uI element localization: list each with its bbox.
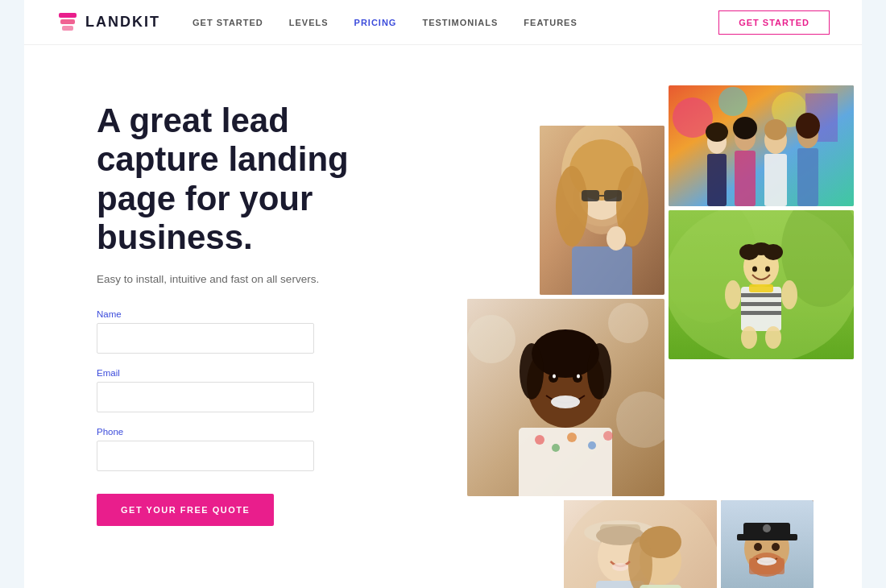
- svg-point-36: [751, 242, 771, 255]
- svg-rect-40: [741, 311, 781, 315]
- svg-point-62: [551, 395, 580, 408]
- svg-point-44: [741, 326, 757, 349]
- svg-rect-41: [749, 284, 773, 292]
- photo-image-4: [467, 299, 664, 496]
- svg-point-25: [706, 122, 728, 142]
- svg-point-47: [765, 267, 770, 272]
- svg-point-14: [718, 87, 747, 116]
- svg-point-28: [796, 113, 820, 139]
- svg-point-26: [733, 117, 757, 139]
- name-input[interactable]: [97, 323, 314, 354]
- svg-point-59: [567, 433, 577, 442]
- form-name-group: Name: [97, 309, 435, 354]
- photo-image-6: [721, 500, 814, 588]
- nav-link-features[interactable]: FEATURES: [524, 18, 577, 27]
- hero-heading: A great lead capture landing page for yo…: [97, 101, 419, 257]
- svg-point-42: [725, 280, 741, 309]
- logo-layer-1: [59, 13, 77, 18]
- hero-subtext: Easy to install, intuitive and fast on a…: [97, 273, 435, 285]
- photo-smiling-person: [467, 299, 664, 496]
- svg-point-60: [588, 441, 596, 449]
- logo-layer-2: [60, 19, 75, 24]
- photo-image-5: [564, 500, 717, 588]
- form-phone-group: Phone: [97, 427, 435, 471]
- logo[interactable]: LANDKIT: [56, 13, 160, 32]
- photo-image-1: [540, 126, 664, 295]
- svg-point-85: [757, 557, 776, 565]
- photo-image-3: [669, 210, 854, 359]
- navbar: LANDKIT GET STARTED LEVELS PRICING TESTI…: [24, 0, 862, 45]
- svg-rect-10: [572, 246, 632, 295]
- svg-rect-39: [741, 302, 781, 306]
- hero-section: A great lead capture landing page for yo…: [24, 45, 862, 588]
- svg-point-46: [752, 267, 757, 272]
- svg-rect-82: [737, 534, 797, 540]
- svg-point-87: [772, 543, 780, 551]
- svg-point-57: [535, 435, 544, 445]
- logo-text: LANDKIT: [85, 14, 160, 31]
- photo-women-hugging: [564, 500, 717, 588]
- form-phone-label: Phone: [97, 427, 435, 437]
- svg-rect-7: [582, 190, 599, 201]
- form-name-label: Name: [97, 309, 435, 319]
- photo-woman-sunglasses: [540, 126, 664, 295]
- photo-collage: [467, 85, 830, 577]
- svg-point-50: [608, 303, 648, 343]
- svg-rect-24: [797, 148, 818, 206]
- svg-point-65: [553, 375, 556, 379]
- nav-link-levels[interactable]: LEVELS: [289, 18, 329, 27]
- nav-cta-button[interactable]: GET STARTED: [718, 10, 830, 35]
- page-wrapper: LANDKIT GET STARTED LEVELS PRICING TESTI…: [24, 0, 862, 588]
- svg-point-78: [612, 563, 628, 571]
- svg-point-86: [754, 543, 762, 551]
- svg-rect-77: [640, 585, 681, 588]
- photo-image-2: [669, 85, 854, 206]
- svg-rect-56: [519, 428, 612, 496]
- svg-point-49: [467, 315, 515, 363]
- svg-point-45: [765, 326, 781, 349]
- svg-point-54: [520, 343, 544, 400]
- form-email-group: Email: [97, 368, 435, 412]
- nav-link-testimonials[interactable]: TESTIMONIALS: [422, 18, 498, 27]
- photo-child-playing: [669, 210, 854, 359]
- photo-man-cap: [721, 500, 814, 588]
- svg-rect-22: [764, 154, 787, 206]
- svg-point-43: [781, 280, 797, 309]
- nav-links: GET STARTED LEVELS PRICING TESTIMONIALS …: [193, 18, 718, 27]
- email-input[interactable]: [97, 382, 314, 412]
- nav-link-get-started[interactable]: GET STARTED: [193, 18, 263, 27]
- svg-point-88: [763, 524, 771, 532]
- svg-point-11: [607, 226, 626, 251]
- svg-rect-8: [604, 190, 622, 201]
- svg-point-27: [764, 119, 787, 140]
- svg-point-5: [556, 166, 588, 246]
- svg-rect-38: [741, 293, 781, 297]
- svg-rect-18: [707, 154, 727, 206]
- hero-left: A great lead capture landing page for yo…: [97, 93, 435, 526]
- logo-icon: [56, 13, 79, 32]
- photo-group-mural: [669, 85, 854, 206]
- logo-layer-3: [62, 26, 73, 31]
- cta-submit-button[interactable]: GeT Your Free quote: [97, 494, 274, 526]
- svg-rect-20: [735, 151, 756, 206]
- nav-link-pricing[interactable]: PRICING: [354, 18, 397, 27]
- svg-point-61: [603, 431, 613, 441]
- svg-point-55: [587, 343, 611, 400]
- svg-point-66: [577, 375, 580, 379]
- svg-point-58: [552, 444, 560, 452]
- form-email-label: Email: [97, 368, 435, 378]
- phone-input[interactable]: [97, 441, 314, 471]
